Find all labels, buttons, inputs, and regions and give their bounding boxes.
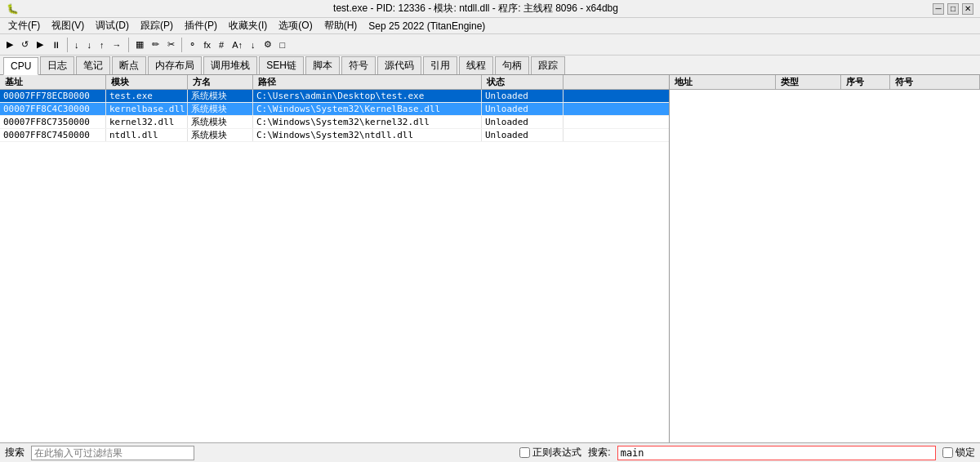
right-panel-content [670,90,980,442]
tab-SEH链[interactable]: SEH链 [259,56,304,74]
table-cell: kernel32.dll [106,116,188,128]
menu-item-5[interactable]: 收藏夹(I) [224,18,272,33]
close-button[interactable]: ✕ [962,3,973,15]
table-cell: test.exe [106,90,188,102]
toolbar-btn-11[interactable]: ✏ [149,36,163,54]
tab-笔记[interactable]: 笔记 [76,56,110,74]
menu-item-4[interactable]: 插件(P) [180,18,222,33]
left-panel-header: 基址 模块 方名 路径 状态 [0,75,669,90]
table-cell: 00007FF8C7450000 [0,129,106,141]
maximize-button[interactable]: □ [947,3,959,15]
title-bar: 🐛 test.exe - PID: 12336 - 模块: ntdll.dll … [0,0,980,18]
menu-item-1[interactable]: 视图(V) [47,18,89,33]
toolbar-sep-9 [128,38,129,52]
left-panel-content[interactable]: 00007FF78ECB0000test.exe系统模块C:\Users\adm… [0,90,669,442]
toolbar-sep-13 [181,38,182,52]
toolbar-btn-1[interactable]: ↺ [18,36,32,54]
table-cell: C:\Windows\System32\KernelBase.dll [253,103,482,115]
app-icon: 🐛 [7,3,19,15]
tab-脚本[interactable]: 脚本 [305,56,340,74]
regex-label: 正则表达式 [519,446,581,460]
table-cell: ntdll.dll [106,129,188,141]
table-cell: Unloaded [482,116,564,128]
toolbar-btn-17[interactable]: A↑ [229,36,246,54]
r-col-header-seq: 序号 [841,75,890,89]
table-cell: 系统模块 [188,103,253,115]
table-cell: 00007FF78ECB0000 [0,90,106,102]
table-cell: Unloaded [482,129,564,141]
toolbar-btn-19[interactable]: ⚙ [261,36,275,54]
toolbar-btn-2[interactable]: ▶ [33,36,47,54]
table-cell: C:\Windows\System32\ntdll.dll [253,129,482,141]
left-panel: 基址 模块 方名 路径 状态 00007FF78ECB0000test.exe系… [0,75,670,442]
table-cell: 系统模块 [188,90,253,102]
table-cell: kernelbase.dll [106,103,188,115]
search-label: 搜索 [5,446,24,460]
tab-源代码[interactable]: 源代码 [377,56,421,74]
table-cell: 系统模块 [188,129,253,141]
menu-item-2[interactable]: 调试(D) [91,18,134,33]
toolbar-btn-18[interactable]: ↓ [247,36,259,54]
toolbar-btn-5[interactable]: ↓ [71,36,82,54]
tab-断点[interactable]: 断点 [112,56,146,74]
menu-item-0[interactable]: 文件(F) [3,18,45,33]
menu-item-3[interactable]: 跟踪(P) [136,18,178,33]
col-header-path: 路径 [253,75,482,89]
title-text: test.exe - PID: 12336 - 模块: ntdll.dll - … [19,2,933,16]
table-row[interactable]: 00007FF8C7350000kernel32.dll系统模块C:\Windo… [0,116,669,129]
table-cell: C:\Windows\System32\kernel32.dll [253,116,482,128]
tab-日志[interactable]: 日志 [40,56,74,74]
r-col-header-sym: 符号 [890,75,980,89]
tab-句柄[interactable]: 句柄 [495,56,529,74]
table-row[interactable]: 00007FF8C7450000ntdll.dll系统模块C:\Windows\… [0,129,669,142]
toolbar-btn-6[interactable]: ↓ [84,36,96,54]
filter-input[interactable] [31,446,194,460]
toolbar-btn-12[interactable]: ✂ [164,36,178,54]
title-controls: ─ □ ✕ [933,3,973,15]
search-label2: 搜索: [588,446,610,460]
minimize-button[interactable]: ─ [933,3,944,15]
table-cell: 系统模块 [188,116,253,128]
table-cell: 00007FF8C7350000 [0,116,106,128]
table-cell: C:\Users\admin\Desktop\test.exe [253,90,482,102]
toolbar-sep-4 [67,38,68,52]
table-row[interactable]: 00007FF8C4C30000kernelbase.dll系统模块C:\Win… [0,103,669,116]
toolbar-btn-16[interactable]: # [216,36,227,54]
col-header-module: 模块 [106,75,188,89]
toolbar-btn-10[interactable]: ▦ [132,36,147,54]
tab-bar: CPU日志笔记断点内存布局调用堆栈SEH链脚本符号源代码引用线程句柄跟踪 [0,56,980,75]
toolbar-btn-7[interactable]: ↑ [96,36,108,54]
lock-checkbox[interactable] [942,447,953,458]
menu-item-7[interactable]: 帮助(H) [319,18,363,33]
search-input[interactable] [617,446,936,460]
main-area: 基址 模块 方名 路径 状态 00007FF78ECB0000test.exe系… [0,75,980,442]
menu-item-6[interactable]: 选项(O) [274,18,317,33]
r-col-header-type: 类型 [776,75,841,89]
right-panel-header: 地址 类型 序号 符号 [670,75,980,90]
tab-引用[interactable]: 引用 [423,56,457,74]
tab-线程[interactable]: 线程 [459,56,493,74]
table-cell: Unloaded [482,103,564,115]
table-row[interactable]: 00007FF78ECB0000test.exe系统模块C:\Users\adm… [0,90,669,103]
tab-调用堆栈[interactable]: 调用堆栈 [203,56,257,74]
menubar: 文件(F)视图(V)调试(D)跟踪(P)插件(P)收藏夹(I)选项(O)帮助(H… [0,18,980,34]
toolbar-btn-3[interactable]: ⏸ [48,36,64,54]
col-header-addr: 基址 [0,75,106,89]
tab-符号[interactable]: 符号 [341,56,376,74]
toolbar: ▶↺▶⏸↓↓↑→▦✏✂⚬fx#A↑↓⚙□ [0,34,980,56]
tab-跟踪[interactable]: 跟踪 [531,56,565,74]
toolbar-btn-0[interactable]: ▶ [3,36,16,54]
tab-内存布局[interactable]: 内存布局 [148,56,202,74]
toolbar-btn-8[interactable]: → [109,36,125,54]
col-header-type: 方名 [188,75,253,89]
menu-item-8[interactable]: Sep 25 2022 (TitanEngine) [363,20,490,33]
regex-checkbox[interactable] [519,447,530,458]
toolbar-btn-15[interactable]: fx [201,36,215,54]
bottom-bar: 搜索 正则表达式 搜索: 锁定 [0,442,980,462]
table-cell: 00007FF8C4C30000 [0,103,106,115]
tab-CPU[interactable]: CPU [3,57,38,75]
col-header-status: 状态 [482,75,564,89]
toolbar-btn-14[interactable]: ⚬ [185,36,199,54]
toolbar-btn-20[interactable]: □ [277,36,289,54]
lock-label: 锁定 [942,446,975,460]
